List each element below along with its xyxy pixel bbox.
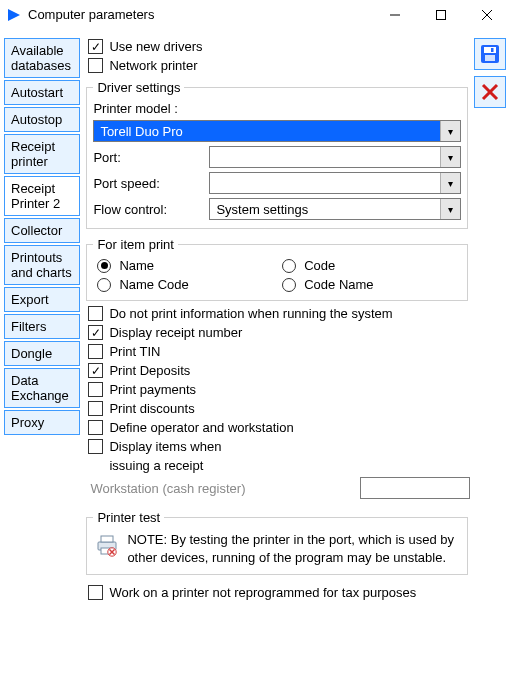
flow-control-label: Flow control: [93,202,203,217]
sidebar: Available databases Autostart Autostop R… [4,38,80,435]
sidebar-item-label: Proxy [11,415,44,430]
print-payments-checkbox[interactable] [88,382,103,397]
port-combo[interactable]: ▾ [209,146,461,168]
close-button[interactable] [464,0,510,30]
tax-printer-label: Work on a printer not reprogrammed for t… [109,585,416,600]
sidebar-item-label: Receipt printer [11,139,55,169]
print-discounts-label: Print discounts [109,401,194,416]
svg-rect-1 [390,14,400,15]
use-new-drivers-checkbox[interactable] [88,39,103,54]
right-toolbar [474,38,506,108]
display-receipt-no-label: Display receipt number [109,325,242,340]
chevron-down-icon: ▾ [440,147,460,167]
item-print-name-code-label: Name Code [119,277,188,292]
sidebar-item-label: Receipt Printer 2 [11,181,60,211]
sidebar-item-autostop[interactable]: Autostop [4,107,80,132]
print-tin-label: Print TIN [109,344,160,359]
sidebar-item-available-databases[interactable]: Available databases [4,38,80,78]
svg-rect-14 [491,48,494,52]
port-speed-label: Port speed: [93,176,203,191]
sidebar-item-label: Data Exchange [11,373,69,403]
no-print-info-label: Do not print information when running th… [109,306,392,321]
svg-rect-2 [437,10,446,19]
display-items-label: Display items when [109,439,221,454]
print-deposits-checkbox[interactable] [88,363,103,378]
sidebar-item-export[interactable]: Export [4,287,80,312]
tax-printer-checkbox[interactable] [88,585,103,600]
window-title: Computer parameters [28,7,154,22]
chevron-down-icon: ▾ [440,173,460,193]
cancel-button[interactable] [474,76,506,108]
printer-test-group: Printer test NOTE: By testing the printe… [86,510,468,575]
item-print-name-code-radio[interactable] [97,278,111,292]
port-label: Port: [93,150,203,165]
workstation-label: Workstation (cash register) [88,481,245,496]
item-print-group: For item print Name Code Name Code Code … [86,237,468,301]
sidebar-item-proxy[interactable]: Proxy [4,410,80,435]
minimize-button[interactable] [372,0,418,30]
define-op-ws-checkbox[interactable] [88,420,103,435]
maximize-button[interactable] [418,0,464,30]
driver-settings-legend: Driver settings [93,80,184,95]
printer-test-icon[interactable] [95,531,119,559]
sidebar-item-autostart[interactable]: Autostart [4,80,80,105]
titlebar: Computer parameters [0,0,512,30]
network-printer-checkbox[interactable] [88,58,103,73]
printer-model-combo[interactable]: Torell Duo Pro ▾ [93,120,461,142]
sidebar-item-collector[interactable]: Collector [4,218,80,243]
printer-model-label: Printer model : [93,101,203,116]
display-items-checkbox[interactable] [88,439,103,454]
no-print-info-checkbox[interactable] [88,306,103,321]
app-icon [6,7,22,23]
use-new-drivers-label: Use new drivers [109,39,202,54]
svg-marker-0 [8,9,20,21]
print-deposits-label: Print Deposits [109,363,190,378]
sidebar-item-filters[interactable]: Filters [4,314,80,339]
chevron-down-icon: ▾ [440,199,460,219]
sidebar-item-label: Dongle [11,346,52,361]
sidebar-item-label: Export [11,292,49,307]
printer-test-note: NOTE: By testing the printer in the port… [127,531,459,566]
svg-rect-13 [485,55,495,61]
print-tin-checkbox[interactable] [88,344,103,359]
display-items-label-line2: issuing a receipt [109,458,203,473]
chevron-down-icon: ▾ [440,121,460,141]
item-print-code-radio[interactable] [282,259,296,273]
sidebar-item-receipt-printer-2[interactable]: Receipt Printer 2 [4,176,80,216]
item-print-name-label: Name [119,258,154,273]
sidebar-item-label: Autostart [11,85,63,100]
svg-rect-6 [101,536,113,542]
item-print-code-name-label: Code Name [304,277,373,292]
item-print-code-label: Code [304,258,335,273]
save-button[interactable] [474,38,506,70]
printer-model-value: Torell Duo Pro [100,124,182,139]
svg-rect-12 [484,47,496,53]
main-panel: Use new drivers Network printer Driver s… [84,38,470,600]
flow-control-combo[interactable]: System settings ▾ [209,198,461,220]
sidebar-item-label: Printouts and charts [11,250,72,280]
sidebar-item-printouts-and-charts[interactable]: Printouts and charts [4,245,80,285]
sidebar-item-label: Filters [11,319,46,334]
item-print-code-name-radio[interactable] [282,278,296,292]
workstation-input[interactable] [360,477,470,499]
item-print-name-radio[interactable] [97,259,111,273]
sidebar-item-label: Collector [11,223,62,238]
sidebar-item-label: Autostop [11,112,62,127]
display-receipt-no-checkbox[interactable] [88,325,103,340]
port-speed-combo[interactable]: ▾ [209,172,461,194]
printer-test-legend: Printer test [93,510,164,525]
define-op-ws-label: Define operator and workstation [109,420,293,435]
driver-settings-group: Driver settings Printer model : Torell D… [86,80,468,229]
sidebar-item-label: Available databases [11,43,71,73]
sidebar-item-dongle[interactable]: Dongle [4,341,80,366]
sidebar-item-data-exchange[interactable]: Data Exchange [4,368,80,408]
item-print-legend: For item print [93,237,178,252]
print-payments-label: Print payments [109,382,196,397]
print-discounts-checkbox[interactable] [88,401,103,416]
flow-control-value: System settings [216,202,308,217]
network-printer-label: Network printer [109,58,197,73]
sidebar-item-receipt-printer[interactable]: Receipt printer [4,134,80,174]
